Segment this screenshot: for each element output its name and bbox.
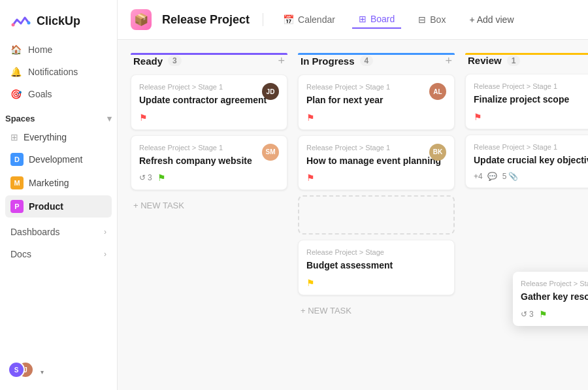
sidebar-spaces: ⊞ Everything D Development M Marketing P… [0,127,117,219]
flag-icon: ⚑ [306,278,315,288]
project-title: Release Project [162,13,250,27]
card-footer: ⚑ [306,112,446,123]
flag-icon: ⚑ [306,172,315,183]
sidebar-item-notifications[interactable]: 🔔 Notifications [5,61,112,82]
avatar: BK [429,144,446,161]
table-row[interactable]: Release Project > Stage Budget assessmen… [298,240,455,295]
ready-col-header: Ready 3 + [131,55,287,74]
card-title: Refresh company website [139,155,279,168]
sidebar-item-dashboards-label: Dashboards [10,227,60,237]
ready-add-button[interactable]: + [278,55,285,67]
sidebar-item-goals[interactable]: 🎯 Goals [5,84,112,105]
flag-icon: ⚑ [139,112,148,123]
refresh-icon: ↺ [521,310,527,319]
sidebar-item-home-label: Home [28,44,52,55]
dashed-placeholder [298,195,455,235]
tab-calendar-label: Calendar [298,14,335,25]
sidebar-item-development[interactable]: D Development [5,148,112,171]
floating-stat-value: 3 [529,310,534,319]
sidebar-item-everything-label: Everything [24,132,67,142]
ready-cards: Release Project > Stage 1 JD Update cont… [131,74,287,190]
spaces-chevron-icon[interactable]: ▾ [107,114,112,123]
svg-point-1 [27,22,31,25]
sidebar-item-docs[interactable]: Docs › [5,244,112,265]
table-row[interactable]: Release Project > Stage 1 Update crucial… [465,135,588,189]
avatar: JD [262,83,279,100]
table-row[interactable]: Release Project > Stage 1 AL Plan for ne… [298,74,455,130]
sidebar-item-notifications-label: Notifications [28,67,78,77]
sidebar-item-dashboards[interactable]: Dashboards › [5,221,112,242]
card-title: Update contractor agreement [139,94,279,107]
card-meta: Release Project > Stage 1 [306,83,446,91]
svg-point-0 [12,24,15,27]
box-icon: ⊟ [418,14,426,25]
table-row[interactable]: Release Project > Stage 1 JD Update cont… [131,74,287,130]
card-footer: ⚑ [139,112,279,123]
card-footer: ⚑ [306,172,446,183]
ready-col-title: Ready [133,56,163,67]
sidebar-nav: 🏠 Home 🔔 Notifications 🎯 Goals [0,39,117,106]
tab-calendar[interactable]: 📅 Calendar [276,11,342,28]
tab-board-label: Board [370,14,395,24]
col-review: Review 1 Release Project > Stage 1 LP Fi… [465,53,588,377]
inprogress-new-task-button[interactable]: + NEW TASK [298,301,455,321]
avatar-primary: S [8,361,25,378]
product-dot: P [10,200,24,213]
clickup-logo-icon [10,10,31,31]
logo-text: ClickUp [37,14,80,28]
add-view-button[interactable]: + Add view [463,11,520,28]
sidebar-item-home[interactable]: 🏠 Home [5,39,112,60]
dashboards-chevron-icon: › [104,227,106,236]
ready-new-task-button[interactable]: + NEW TASK [131,195,287,216]
inprogress-cards: Release Project > Stage 1 AL Plan for ne… [298,74,455,295]
table-row[interactable]: Release Project > Stage 1 SM Refresh com… [131,135,287,191]
table-row[interactable]: Release Project > Stage 1 BK How to mana… [298,135,455,191]
user-menu-chevron-icon: ▾ [41,368,44,376]
logo-area: ClickUp [0,0,117,39]
card-footer: ⚑ [474,112,588,122]
sidebar: ClickUp 🏠 Home 🔔 Notifications 🎯 Goals S… [0,0,118,390]
floating-card-title: Gather key resources [521,291,588,304]
board-area: Ready 3 + Release Project > Stage 1 JD U… [118,40,588,390]
inprogress-new-task-label: + NEW TASK [301,306,351,316]
tab-box[interactable]: ⊟ Box [412,11,452,28]
attachment-count: 5 [502,172,507,181]
review-col-title: Review [468,55,502,66]
home-icon: 🏠 [10,44,22,55]
floating-card[interactable]: ⊹ Release Project > Stage 1 SM Gather ke… [513,272,588,326]
sidebar-item-everything[interactable]: ⊞ Everything [5,127,112,147]
card-title: Update crucial key objectives [474,154,588,167]
add-view-label: + Add view [469,14,514,25]
refresh-icon: ↺ [139,173,146,182]
avatar-stack: S J [8,361,37,382]
sidebar-item-product[interactable]: P Product [5,195,112,218]
card-meta: Release Project > Stage [306,248,446,256]
sidebar-item-marketing[interactable]: M Marketing [5,172,112,194]
card-extra-stat: +4 💬 [474,172,497,181]
grid-icon: ⊞ [10,132,18,142]
ready-col-count: 3 [168,56,182,66]
ready-new-task-label: + NEW TASK [133,201,184,210]
card-title: How to manage event planning [306,155,446,168]
sidebar-avatar-row[interactable]: S J ▾ [0,353,117,390]
col-ready: Ready 3 + Release Project > Stage 1 JD U… [131,53,287,377]
floating-card-meta: Release Project > Stage 1 [521,280,588,287]
docs-chevron-icon: › [104,250,106,259]
card-meta: Release Project > Stage 1 [306,144,446,152]
calendar-icon: 📅 [283,14,294,25]
floating-flag-icon: ⚑ [539,309,547,319]
card-title: Plan for next year [306,94,446,107]
card-title: Budget assessment [306,259,446,272]
tab-box-label: Box [430,14,446,25]
header-divider [263,13,263,26]
table-row[interactable]: Release Project > Stage 1 LP Finalize pr… [465,74,588,129]
card-attachment-stat: 5 📎 [502,172,519,181]
inprogress-add-button[interactable]: + [445,55,452,67]
project-emoji-icon: 📦 [134,12,148,27]
avatar: AL [429,83,446,100]
tab-board[interactable]: ⊞ Board [352,10,401,29]
main-area: 📦 Release Project 📅 Calendar ⊞ Board ⊟ B… [118,0,588,390]
main-header: 📦 Release Project 📅 Calendar ⊞ Board ⊟ B… [118,0,588,40]
inprogress-col-header: In Progress 4 + [298,55,455,74]
flag-icon: ⚑ [157,172,166,183]
